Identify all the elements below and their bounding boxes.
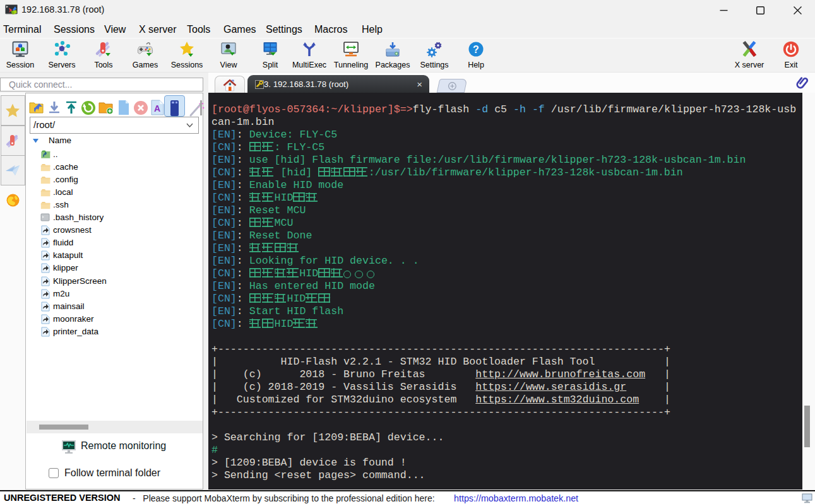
svg-text:?: ? bbox=[473, 44, 479, 55]
svg-text:A: A bbox=[154, 103, 160, 114]
